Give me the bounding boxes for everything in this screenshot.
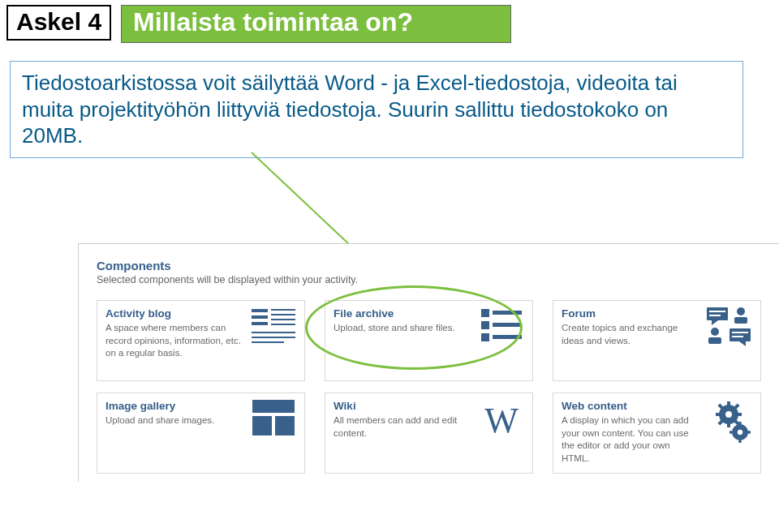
svg-rect-47: [730, 431, 734, 433]
card-title: File archive: [334, 307, 471, 320]
svg-rect-27: [732, 332, 748, 333]
component-card-forum[interactable]: Forum Create topics and exchange ideas a…: [553, 300, 761, 381]
svg-rect-37: [716, 413, 721, 416]
step-label: Askel 4: [16, 8, 101, 35]
svg-rect-14: [493, 311, 522, 315]
svg-point-23: [711, 328, 719, 336]
card-title: Forum: [562, 307, 699, 320]
svg-rect-25: [730, 328, 751, 341]
svg-rect-31: [275, 416, 295, 435]
blog-icon: [251, 307, 296, 353]
card-title: Web content: [562, 400, 699, 412]
svg-rect-20: [709, 315, 721, 316]
svg-rect-16: [493, 335, 522, 339]
svg-rect-9: [252, 337, 295, 338]
svg-rect-7: [271, 324, 295, 325]
file-archive-icon: [479, 307, 524, 353]
svg-rect-38: [737, 413, 742, 416]
components-subheading: Selected components will be displayed wi…: [97, 274, 761, 285]
component-card-image-gallery[interactable]: Image gallery Upload and share images.: [97, 393, 305, 474]
gear-icon: [707, 400, 752, 445]
svg-rect-35: [727, 401, 730, 406]
card-title: Wiki: [334, 400, 471, 412]
svg-marker-18: [712, 320, 718, 325]
wiki-icon: W: [479, 400, 524, 445]
svg-rect-22: [734, 317, 747, 324]
svg-rect-13: [481, 333, 489, 341]
card-desc: Upload, store and share files.: [334, 322, 471, 335]
card-desc: A display in which you can add your own …: [562, 414, 699, 465]
svg-rect-12: [481, 321, 489, 329]
svg-rect-6: [271, 319, 295, 320]
component-card-activity-blog[interactable]: Activity blog A space where members can …: [97, 300, 305, 381]
svg-rect-10: [252, 341, 284, 343]
component-card-web-content[interactable]: Web content A display in which you can a…: [553, 393, 761, 474]
component-card-file-archive[interactable]: File archive Upload, store and share fil…: [325, 300, 533, 381]
component-card-wiki[interactable]: Wiki All members can add and edit conten…: [325, 393, 533, 474]
card-desc: A space where members can record opinion…: [105, 322, 243, 360]
svg-rect-45: [738, 422, 741, 426]
card-desc: Create topics and exchange ideas and vie…: [562, 322, 699, 347]
svg-text:W: W: [484, 401, 519, 440]
card-title: Image gallery: [105, 400, 243, 412]
components-panel: Components Selected components will be d…: [78, 243, 779, 482]
svg-rect-19: [709, 311, 725, 312]
forum-icon: [707, 307, 752, 353]
svg-rect-46: [738, 439, 741, 443]
card-desc: Upload and share images.: [105, 414, 243, 427]
svg-rect-5: [271, 314, 295, 315]
gallery-icon: [251, 400, 296, 445]
svg-point-34: [725, 411, 732, 418]
svg-point-21: [737, 307, 745, 315]
svg-rect-4: [271, 309, 295, 311]
svg-rect-48: [747, 431, 751, 433]
description-box: Tiedostoarkistossa voit säilyttää Word -…: [10, 61, 743, 158]
svg-rect-29: [252, 400, 295, 413]
svg-point-44: [738, 430, 742, 435]
title-banner: Millaista toimintaa on?: [121, 5, 511, 43]
components-grid: Activity blog A space where members can …: [97, 300, 761, 474]
slide-title: Millaista toimintaa on?: [133, 7, 413, 36]
svg-rect-3: [252, 322, 268, 325]
svg-rect-28: [732, 336, 743, 337]
description-text: Tiedostoarkistossa voit säilyttää Word -…: [22, 71, 678, 148]
card-title: Activity blog: [105, 307, 243, 320]
components-heading: Components: [97, 259, 761, 272]
svg-rect-1: [252, 309, 268, 312]
svg-rect-15: [493, 323, 522, 327]
svg-marker-26: [739, 341, 746, 346]
svg-rect-2: [252, 315, 268, 319]
step-badge: Askel 4: [6, 5, 111, 41]
svg-rect-11: [481, 309, 489, 317]
svg-rect-36: [727, 423, 730, 427]
card-desc: All members can add and edit content.: [334, 414, 471, 440]
svg-rect-8: [252, 332, 295, 333]
svg-rect-30: [252, 416, 272, 435]
svg-rect-24: [708, 337, 721, 344]
slide-header: Askel 4 Millaista toimintaa on?: [0, 0, 779, 43]
svg-rect-17: [707, 307, 728, 320]
